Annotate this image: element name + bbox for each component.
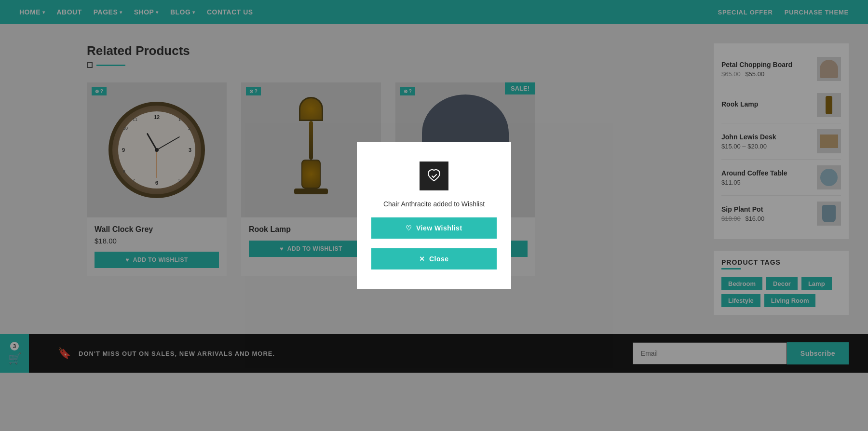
- close-icon: ✕: [419, 255, 425, 263]
- modal-message: Chair Anthracite added to Wishlist: [383, 200, 485, 208]
- modal-box: Chair Anthracite added to Wishlist ♡ Vie…: [357, 142, 511, 289]
- modal-overlay: Chair Anthracite added to Wishlist ♡ Vie…: [0, 0, 868, 431]
- heart-icon: ♡: [406, 224, 412, 232]
- view-wishlist-button[interactable]: ♡ View Wishlist: [371, 217, 497, 239]
- modal-icon-box: [420, 162, 448, 190]
- close-button[interactable]: ✕ Close: [371, 248, 497, 269]
- wishlist-icon: [425, 167, 443, 185]
